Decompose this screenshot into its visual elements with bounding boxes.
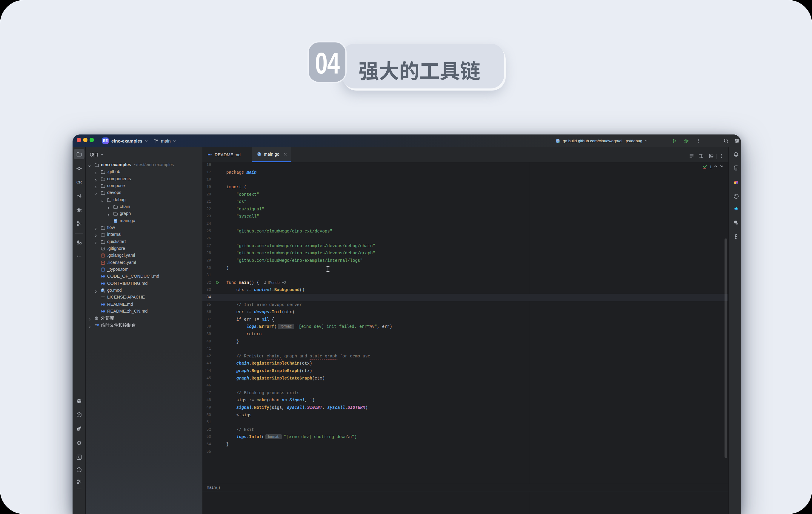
svg-text:CR: CR	[77, 180, 82, 184]
